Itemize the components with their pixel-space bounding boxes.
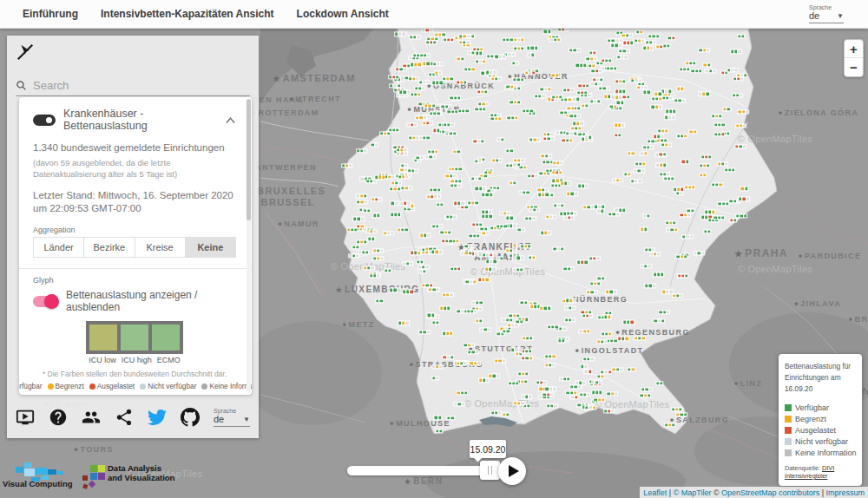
hospital-marker[interactable] bbox=[503, 413, 509, 416]
hospital-marker[interactable] bbox=[391, 202, 398, 205]
hospital-marker[interactable] bbox=[563, 88, 574, 91]
hospital-marker[interactable] bbox=[739, 110, 749, 113]
hospital-marker[interactable] bbox=[396, 68, 406, 70]
hospital-marker[interactable] bbox=[457, 81, 467, 83]
hospital-marker[interactable] bbox=[474, 140, 484, 142]
hospital-marker[interactable] bbox=[410, 36, 420, 38]
hospital-marker[interactable] bbox=[575, 133, 585, 135]
hospital-marker[interactable] bbox=[385, 270, 391, 272]
hospital-marker[interactable] bbox=[646, 41, 656, 43]
hospital-marker[interactable] bbox=[446, 216, 457, 219]
hospital-marker[interactable] bbox=[438, 130, 449, 133]
hospital-marker[interactable] bbox=[544, 30, 550, 33]
hospital-marker[interactable] bbox=[508, 324, 518, 326]
hospital-marker[interactable] bbox=[407, 123, 418, 126]
hospital-marker[interactable] bbox=[527, 47, 537, 49]
hospital-marker[interactable] bbox=[587, 292, 597, 294]
hospital-marker[interactable] bbox=[417, 156, 423, 159]
hospital-marker[interactable] bbox=[444, 39, 454, 42]
chevron-up-icon[interactable] bbox=[225, 116, 236, 124]
hospital-marker[interactable] bbox=[602, 60, 612, 62]
hospital-marker[interactable] bbox=[617, 102, 623, 104]
hospital-marker[interactable] bbox=[432, 366, 443, 369]
hospital-marker[interactable] bbox=[561, 111, 571, 114]
hospital-marker[interactable] bbox=[560, 377, 570, 380]
hospital-marker[interactable] bbox=[660, 173, 670, 175]
hospital-marker[interactable] bbox=[427, 37, 437, 40]
attribution-link[interactable]: Impressum bbox=[825, 488, 865, 497]
hospital-marker[interactable] bbox=[404, 208, 414, 211]
divi-link[interactable]: DIVI bbox=[822, 464, 834, 472]
hospital-marker[interactable] bbox=[682, 235, 693, 238]
hospital-marker[interactable] bbox=[577, 261, 588, 264]
hospital-marker[interactable] bbox=[565, 306, 575, 309]
hospital-marker[interactable] bbox=[444, 357, 454, 359]
hospital-marker[interactable] bbox=[513, 244, 519, 246]
hospital-marker[interactable] bbox=[569, 49, 580, 51]
hospital-marker[interactable] bbox=[665, 423, 675, 426]
hospital-marker[interactable] bbox=[349, 254, 359, 257]
hospital-marker[interactable] bbox=[699, 93, 709, 95]
hospital-marker[interactable] bbox=[599, 87, 609, 89]
hospital-marker[interactable] bbox=[631, 79, 641, 82]
hospital-marker[interactable] bbox=[598, 277, 604, 279]
hospital-marker[interactable] bbox=[650, 253, 661, 256]
hospital-marker[interactable] bbox=[641, 394, 651, 396]
hospital-marker[interactable] bbox=[737, 74, 747, 76]
hospital-marker[interactable] bbox=[636, 31, 642, 34]
hospital-marker[interactable] bbox=[507, 85, 517, 88]
hospital-marker[interactable] bbox=[528, 54, 534, 56]
hospital-marker[interactable] bbox=[506, 149, 512, 152]
hospital-marker[interactable] bbox=[459, 36, 470, 38]
hospital-marker[interactable] bbox=[431, 251, 442, 253]
hospital-marker[interactable] bbox=[543, 133, 554, 135]
hospital-marker[interactable] bbox=[566, 132, 576, 134]
hospital-marker[interactable] bbox=[590, 282, 601, 285]
hospital-marker[interactable] bbox=[467, 310, 477, 312]
hospital-marker[interactable] bbox=[400, 202, 411, 205]
hospital-marker[interactable] bbox=[654, 273, 664, 276]
hospital-marker[interactable] bbox=[452, 239, 458, 242]
hospital-marker[interactable] bbox=[427, 196, 437, 199]
hospital-marker[interactable] bbox=[482, 211, 492, 213]
hospital-marker[interactable] bbox=[413, 54, 424, 56]
hospital-marker[interactable] bbox=[492, 160, 503, 162]
hospital-marker[interactable] bbox=[443, 293, 453, 296]
hospital-marker[interactable] bbox=[483, 232, 489, 234]
hospital-marker[interactable] bbox=[523, 109, 533, 112]
hospital-marker[interactable] bbox=[503, 38, 513, 41]
hospital-marker[interactable] bbox=[680, 68, 690, 70]
hospital-marker[interactable] bbox=[736, 214, 746, 217]
hospital-marker[interactable] bbox=[476, 319, 482, 322]
hospital-marker[interactable] bbox=[423, 62, 433, 65]
hospital-marker[interactable] bbox=[568, 107, 574, 109]
hospital-marker[interactable] bbox=[444, 123, 454, 126]
aggregation-keine-button[interactable]: Keine bbox=[186, 237, 236, 258]
hospital-marker[interactable] bbox=[547, 404, 557, 407]
hospital-marker[interactable] bbox=[440, 307, 450, 310]
hospital-marker[interactable] bbox=[513, 257, 523, 259]
hospital-marker[interactable] bbox=[561, 98, 571, 101]
hospital-marker[interactable] bbox=[366, 180, 377, 183]
hospital-marker[interactable] bbox=[666, 221, 676, 224]
hospital-marker[interactable] bbox=[546, 388, 556, 390]
hospital-marker[interactable] bbox=[391, 181, 402, 184]
hospital-marker[interactable] bbox=[548, 326, 558, 329]
hospital-marker[interactable] bbox=[545, 355, 556, 357]
hospital-marker[interactable] bbox=[652, 106, 662, 108]
hospital-marker[interactable] bbox=[582, 105, 588, 108]
hospital-marker[interactable] bbox=[677, 88, 683, 90]
hospital-marker[interactable] bbox=[678, 275, 688, 278]
hospital-marker[interactable] bbox=[652, 97, 662, 100]
hospital-marker[interactable] bbox=[436, 430, 442, 433]
hospital-marker[interactable] bbox=[692, 69, 702, 72]
hospital-marker[interactable] bbox=[582, 314, 593, 317]
hospital-marker[interactable] bbox=[542, 161, 553, 163]
hospital-marker[interactable] bbox=[411, 63, 421, 66]
hospital-marker[interactable] bbox=[538, 193, 549, 196]
hospital-marker[interactable] bbox=[384, 232, 394, 234]
hospital-marker[interactable] bbox=[457, 363, 467, 365]
hospital-marker[interactable] bbox=[619, 49, 629, 52]
hospital-marker[interactable] bbox=[606, 291, 616, 293]
hospital-marker[interactable] bbox=[522, 350, 532, 352]
